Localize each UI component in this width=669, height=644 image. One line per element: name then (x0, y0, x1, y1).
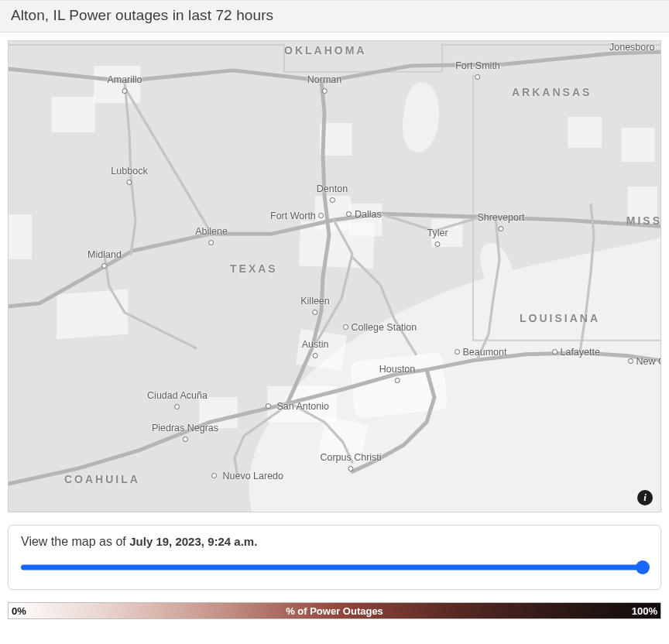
content-panel: OKLAHOMA ARKANSAS TEXAS LOUISIANA COAHUI… (0, 33, 669, 619)
map-info-button[interactable]: i (637, 490, 653, 505)
time-slider-thumb[interactable] (636, 560, 650, 574)
legend-title: % of Power Outages (286, 605, 383, 617)
time-slider-card: View the map as of July 19, 2023, 9:24 a… (8, 525, 661, 590)
outage-map[interactable]: OKLAHOMA ARKANSAS TEXAS LOUISIANA COAHUI… (8, 40, 661, 512)
legend-min: 0% (12, 605, 26, 617)
time-slider-timestamp: July 19, 2023, 9:24 a.m. (129, 535, 257, 548)
page-title: Alton, IL Power outages in last 72 hours (11, 7, 658, 24)
outage-legend: 0% % of Power Outages 100% (8, 602, 661, 619)
page-header: Alton, IL Power outages in last 72 hours (0, 0, 669, 33)
time-slider[interactable] (21, 561, 648, 574)
time-slider-caption: View the map as of July 19, 2023, 9:24 a… (21, 535, 648, 549)
time-slider-track (21, 565, 648, 570)
time-slider-prefix: View the map as of (21, 535, 129, 548)
map-roads (9, 41, 660, 512)
legend-max: 100% (632, 605, 657, 617)
